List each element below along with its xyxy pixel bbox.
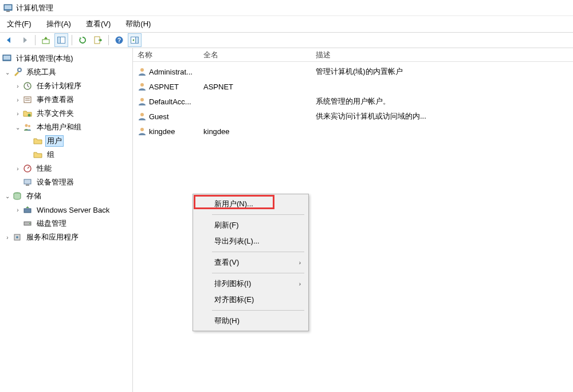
- tree-event-viewer[interactable]: › 事件查看器: [0, 93, 132, 107]
- tree-label: 性能: [35, 163, 53, 174]
- tree-system-tools[interactable]: ⌄ 系统工具: [0, 65, 132, 79]
- collapse-icon[interactable]: ⌄: [3, 68, 11, 76]
- tree-label: 存储: [25, 191, 43, 201]
- list-item-user[interactable]: Guest供来宾访问计算机或访问域的内...: [133, 109, 573, 124]
- menu-arrange-icons[interactable]: 排列图标(I)›: [195, 276, 307, 292]
- user-icon: [138, 82, 147, 91]
- expand-icon[interactable]: ›: [14, 206, 22, 214]
- navigation-tree[interactable]: 计算机管理(本地) ⌄ 系统工具 › 任务计划程序 › 事件查看器 › 共享文件…: [0, 48, 133, 392]
- chevron-right-icon: ›: [299, 281, 301, 287]
- disk-icon: [23, 219, 32, 228]
- tree-services-apps[interactable]: › 服务和应用程序: [0, 230, 132, 244]
- cell-desc: 系统管理的用户帐户。: [311, 96, 573, 107]
- tree-label: Windows Server Back: [35, 206, 111, 214]
- user-icon: [138, 97, 147, 106]
- title-bar: 计算机管理: [0, 0, 573, 16]
- cell-fullname: kingdee: [199, 127, 311, 136]
- list-item-user[interactable]: Administrat...管理计算机(域)的内置帐户: [133, 64, 573, 79]
- event-icon: [23, 95, 32, 104]
- menu-action[interactable]: 操作(A): [43, 18, 74, 30]
- menu-refresh[interactable]: 刷新(F): [195, 217, 307, 233]
- svg-point-33: [140, 113, 144, 116]
- device-icon: [23, 178, 32, 187]
- svg-rect-23: [26, 185, 29, 186]
- tree-label: 用户: [45, 135, 64, 147]
- svg-rect-22: [24, 179, 31, 184]
- expand-icon[interactable]: ›: [14, 109, 22, 117]
- action-pane-button[interactable]: [128, 33, 142, 47]
- tree-root[interactable]: 计算机管理(本地): [0, 52, 132, 65]
- cell-name: kingdee: [133, 127, 199, 136]
- tree-performance[interactable]: › 性能: [0, 162, 132, 175]
- svg-point-29: [16, 236, 18, 238]
- svg-point-32: [140, 98, 144, 101]
- expand-icon[interactable]: ›: [3, 233, 11, 241]
- menu-label: 新用户(N)...: [214, 199, 253, 209]
- list-body[interactable]: Administrat...管理计算机(域)的内置帐户ASPNETASPNETD…: [133, 62, 573, 139]
- menu-label: 排列图标(I): [214, 279, 251, 289]
- user-icon: [138, 127, 147, 136]
- menu-help[interactable]: 帮助(H): [122, 18, 154, 30]
- menu-file[interactable]: 文件(F): [3, 18, 35, 30]
- menu-label: 导出列表(L)...: [214, 236, 260, 246]
- menu-label: 对齐图标(E): [214, 295, 254, 305]
- cell-name: ASPNET: [133, 82, 199, 91]
- cell-name: DefaultAcc...: [133, 97, 199, 106]
- tree-storage[interactable]: ⌄ 存储: [0, 189, 132, 203]
- menu-align-icons[interactable]: 对齐图标(E): [195, 292, 307, 308]
- col-header-name[interactable]: 名称: [133, 48, 199, 61]
- svg-rect-10: [136, 37, 139, 44]
- expand-icon[interactable]: ›: [14, 96, 22, 104]
- back-button[interactable]: [2, 33, 16, 47]
- svg-point-34: [140, 128, 144, 131]
- clock-icon: [23, 81, 32, 91]
- folder-icon: [33, 136, 42, 146]
- show-hide-tree-button[interactable]: [54, 33, 68, 47]
- tree-shared-folders[interactable]: › 共享文件夹: [0, 107, 132, 120]
- list-item-user[interactable]: kingdeekingdee: [133, 124, 573, 139]
- tree-device-manager[interactable]: 设备管理器: [0, 175, 132, 189]
- help-button[interactable]: ?: [112, 33, 126, 47]
- menu-view-submenu[interactable]: 查看(V)›: [195, 254, 307, 271]
- tree-local-users-groups[interactable]: ⌄ 本地用户和组: [0, 120, 132, 134]
- forward-button[interactable]: [18, 33, 32, 47]
- export-button[interactable]: [91, 33, 105, 47]
- toolbar: ?: [0, 32, 573, 48]
- storage-icon: [13, 191, 22, 201]
- collapse-icon[interactable]: ⌄: [14, 123, 22, 131]
- menu-help[interactable]: 帮助(H): [195, 313, 307, 329]
- svg-point-20: [28, 125, 30, 127]
- tree-task-scheduler[interactable]: › 任务计划程序: [0, 79, 132, 93]
- performance-icon: [23, 164, 32, 173]
- list-item-user[interactable]: DefaultAcc...系统管理的用户帐户。: [133, 94, 573, 109]
- refresh-button[interactable]: [76, 33, 89, 47]
- tree-wsb[interactable]: › Windows Server Back: [0, 203, 132, 217]
- menu-export-list[interactable]: 导出列表(L)...: [195, 233, 307, 249]
- expand-icon[interactable]: ›: [14, 82, 22, 90]
- folder-icon: [33, 150, 42, 159]
- menu-view[interactable]: 查看(V): [83, 18, 114, 30]
- svg-point-27: [29, 223, 30, 224]
- tree-label: 服务和应用程序: [25, 232, 80, 242]
- tree-label: 本地用户和组: [35, 122, 83, 132]
- toolbar-separator: [108, 35, 109, 45]
- cell-desc: 供来宾访问计算机或访问域的内...: [311, 111, 573, 121]
- tree-disk-mgmt[interactable]: 磁盘管理: [0, 217, 132, 230]
- tree-groups[interactable]: 组: [0, 148, 132, 162]
- tree-label: 磁盘管理: [35, 218, 68, 229]
- col-header-desc[interactable]: 描述: [311, 48, 573, 61]
- tree-users[interactable]: 用户: [0, 134, 132, 148]
- menu-label: 刷新(F): [214, 220, 239, 230]
- toolbar-separator: [35, 35, 36, 45]
- list-item-user[interactable]: ASPNETASPNET: [133, 79, 573, 94]
- svg-rect-25: [24, 209, 31, 213]
- cell-name: Administrat...: [133, 67, 199, 76]
- menu-new-user[interactable]: 新用户(N)...: [195, 196, 307, 212]
- collapse-icon[interactable]: ⌄: [3, 192, 11, 200]
- svg-rect-12: [3, 56, 10, 60]
- up-button[interactable]: [39, 33, 53, 47]
- expand-icon[interactable]: ›: [14, 164, 22, 173]
- col-header-fullname[interactable]: 全名: [199, 48, 311, 61]
- computer-icon: [2, 54, 11, 63]
- menu-label: 查看(V): [214, 257, 239, 268]
